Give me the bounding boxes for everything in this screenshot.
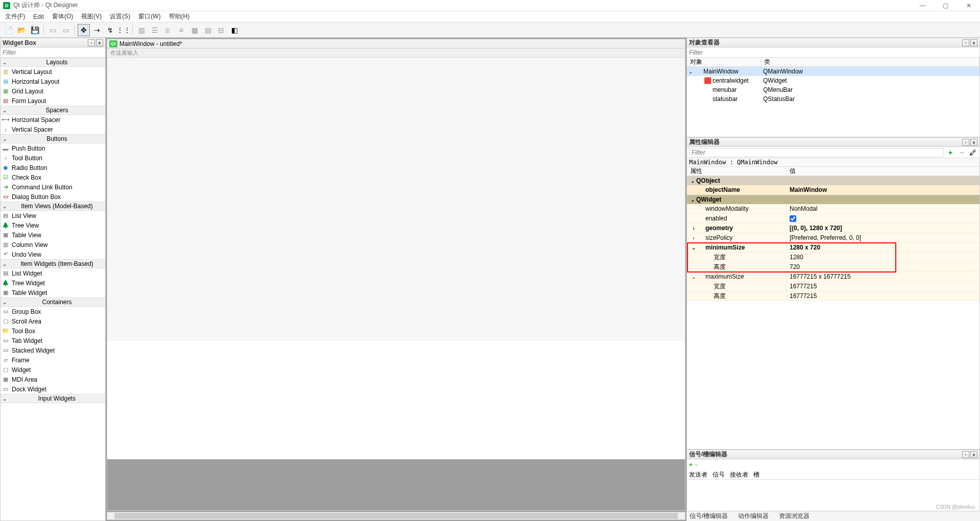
category-item-widgets-item-based-[interactable]: ⌄Item Widgets (Item-Based) (1, 259, 105, 268)
adjust-size-icon[interactable]: ◧ (228, 24, 240, 36)
property-geometry[interactable]: ›geometry[(0, 0), 1280 x 720] (687, 224, 979, 233)
widget-vertical-layout[interactable]: ▥Vertical Layout (1, 67, 105, 77)
expand-icon[interactable]: › (690, 235, 697, 241)
property-enabled[interactable]: enabled (687, 214, 979, 224)
save-file-icon[interactable]: 💾 (29, 24, 41, 36)
property-value[interactable]: 720 (790, 263, 800, 270)
object-row-centralwidget[interactable]: 🟥centralwidgetQWidget (687, 76, 979, 85)
widget-tool-box[interactable]: 📁Tool Box (1, 326, 105, 336)
canvas-title-bar[interactable]: Qt MainWindow - untitled* (107, 39, 685, 48)
property-value[interactable]: [Preferred, Preferred, 0, 0] (790, 234, 861, 241)
menu-file[interactable]: 文件(F) (1, 11, 29, 22)
dock-float-icon[interactable]: ▫ (88, 39, 95, 46)
widget-column-view[interactable]: ▥Column View (1, 240, 105, 250)
object-inspector-filter[interactable] (687, 47, 979, 57)
object-row-statusbar[interactable]: statusbarQStatusBar (687, 94, 979, 104)
widget-dialog-button-box[interactable]: ▭Dialog Button Box (1, 192, 105, 202)
property-value[interactable]: 16777215 x 16777215 (790, 273, 850, 280)
dock-close-icon[interactable]: x (970, 139, 977, 146)
property-value[interactable]: 1280 (790, 254, 803, 261)
send-back-icon[interactable]: ▭ (46, 24, 59, 36)
form-canvas[interactable]: 在这里输入 (107, 48, 685, 511)
object-tree[interactable]: ⌄MainWindowQMainWindow🟥centralwidgetQWid… (687, 67, 979, 137)
property-col-value[interactable]: 值 (787, 167, 799, 176)
widget-stacked-widget[interactable]: ▭Stacked Widget (1, 345, 105, 355)
object-row-menubar[interactable]: menubarQMenuBar (687, 85, 979, 94)
edit-buddies-icon[interactable]: ↯ (104, 24, 116, 36)
bring-front-icon[interactable]: ▭ (60, 24, 72, 36)
layout-h-icon[interactable]: ▥ (135, 24, 148, 36)
remove-property-icon[interactable]: − (957, 148, 966, 157)
property-高度[interactable]: 高度720 (687, 262, 979, 272)
widget-tool-button[interactable]: ▫Tool Button (1, 153, 105, 163)
signal-col-signal[interactable]: 信号 (713, 470, 725, 479)
menu-edit[interactable]: Edit (29, 12, 48, 21)
property-maximumSize[interactable]: ⌄maximumSize16777215 x 16777215 (687, 272, 979, 282)
widget-check-box[interactable]: ☑Check Box (1, 172, 105, 182)
property-minimumSize[interactable]: ⌄minimumSize1280 x 720 (687, 243, 979, 253)
layout-form-icon[interactable]: ▤ (202, 24, 214, 36)
new-file-icon[interactable]: 📄 (2, 24, 14, 36)
object-col-class[interactable]: 类 (761, 58, 979, 66)
expand-icon[interactable]: ⌄ (690, 274, 697, 280)
expand-icon[interactable]: ⌄ (687, 69, 694, 75)
signal-col-sender[interactable]: 发送者 (689, 470, 707, 479)
widget-mdi-area[interactable]: ▦MDI Area (1, 375, 105, 384)
break-layout-icon[interactable]: ⊟ (215, 24, 227, 36)
property-windowModality[interactable]: windowModalityNonModal (687, 204, 979, 214)
widget-group-box[interactable]: ▭Group Box (1, 307, 105, 316)
expand-icon[interactable]: › (690, 226, 697, 231)
widget-vertical-spacer[interactable]: ↕Vertical Spacer (1, 125, 105, 134)
property-value[interactable]: MainWindow (790, 186, 827, 193)
widget-list-view[interactable]: ▤List View (1, 211, 105, 220)
menu-view[interactable]: 视图(V) (77, 11, 106, 22)
dock-close-icon[interactable]: x (970, 39, 977, 46)
close-button[interactable]: ✕ (957, 0, 980, 11)
widget-dock-widget[interactable]: ▭Dock Widget (1, 384, 105, 394)
category-layouts[interactable]: ⌄Layouts (1, 58, 105, 67)
property-value[interactable]: NonModal (790, 205, 818, 212)
layout-v-icon[interactable]: ☰ (149, 24, 161, 36)
category-buttons[interactable]: ⌄Buttons (1, 134, 105, 143)
property-col-name[interactable]: 属性 (687, 167, 787, 176)
dock-float-icon[interactable]: ▫ (962, 451, 969, 458)
maximize-button[interactable]: ▢ (934, 0, 957, 11)
widget-frame[interactable]: ▱Frame (1, 355, 105, 365)
property-value[interactable]: [(0, 0), 1280 x 720] (790, 225, 842, 232)
category-containers[interactable]: ⌄Containers (1, 297, 105, 307)
dock-float-icon[interactable]: ▫ (962, 139, 969, 146)
widget-list-widget[interactable]: ▤List Widget (1, 268, 105, 278)
widget-form-layout[interactable]: ▤Form Layout (1, 96, 105, 106)
dock-float-icon[interactable]: ▫ (962, 39, 969, 46)
open-file-icon[interactable]: 📂 (15, 24, 28, 36)
widget-undo-view[interactable]: ↶Undo View (1, 250, 105, 259)
layout-hsplit-icon[interactable]: ⫼ (162, 24, 174, 36)
widget-grid-layout[interactable]: ▦Grid Layout (1, 86, 105, 96)
property-filter[interactable] (689, 148, 944, 157)
section-QObject[interactable]: ⌄QObject (687, 176, 979, 185)
widget-tab-widget[interactable]: ▭Tab Widget (1, 336, 105, 345)
property-table[interactable]: ⌄QObjectobjectNameMainWindow⌄QWidgetwind… (687, 176, 979, 449)
widget-box-list[interactable]: ⌄Layouts▥Vertical Layout▤Horizontal Layo… (1, 58, 105, 520)
property-value[interactable]: 1280 x 720 (790, 244, 820, 251)
category-spacers[interactable]: ⌄Spacers (1, 106, 105, 115)
signal-col-slot[interactable]: 槽 (753, 470, 760, 479)
tab-action-editor[interactable]: 动作编辑器 (738, 512, 769, 520)
property-objectName[interactable]: objectNameMainWindow (687, 185, 979, 195)
property-value[interactable]: 16777215 (790, 292, 817, 300)
dock-close-icon[interactable]: x (96, 39, 103, 46)
widget-scroll-area[interactable]: ▢Scroll Area (1, 316, 105, 326)
widget-box-filter[interactable] (1, 47, 105, 57)
property-宽度[interactable]: 宽度16777215 (687, 282, 979, 291)
property-value[interactable]: 16777215 (790, 283, 817, 290)
property-宽度[interactable]: 宽度1280 (687, 253, 979, 262)
property-高度[interactable]: 高度16777215 (687, 291, 979, 301)
widget-horizontal-spacer[interactable]: ⟷Horizontal Spacer (1, 115, 105, 125)
widget-table-widget[interactable]: ▦Table Widget (1, 288, 105, 297)
widget-widget[interactable]: ▢Widget (1, 365, 105, 375)
minimize-button[interactable]: — (911, 0, 934, 11)
widget-push-button[interactable]: ▬Push Button (1, 143, 105, 153)
category-input-widgets[interactable]: ⌄Input Widgets (1, 394, 105, 403)
canvas-hscrollbar[interactable] (107, 512, 685, 520)
add-property-icon[interactable]: + (946, 148, 955, 157)
